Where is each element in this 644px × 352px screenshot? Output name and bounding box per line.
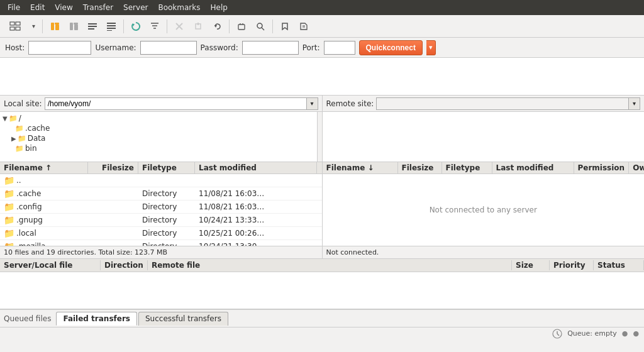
remote-col-filesize[interactable]: Filesize (398, 162, 442, 173)
local-path-dropdown[interactable]: ▾ (307, 97, 318, 110)
menu-file[interactable]: File (3, 2, 25, 13)
local-col-filetype[interactable]: Filetype (138, 162, 195, 173)
tree-item-cache[interactable]: 📁 .cache (0, 123, 317, 133)
svg-rect-11 (88, 26, 97, 27)
status-dot-2: ● (633, 329, 639, 338)
svg-rect-14 (107, 25, 116, 26)
remote-col-lastmod[interactable]: Last modified (492, 162, 574, 173)
menu-transfer[interactable]: Transfer (78, 2, 118, 13)
site-manager-dropdown[interactable]: ▾ (28, 18, 39, 35)
local-path-input[interactable] (45, 97, 307, 110)
folder-icon: 📁 (4, 175, 14, 185)
svg-rect-5 (55, 25, 59, 30)
bookmark1-button[interactable] (276, 18, 294, 35)
local-col-filesize[interactable]: Filesize (88, 162, 138, 173)
bottom-bar: Queued files Failed transfers Successful… (0, 309, 644, 327)
menu-help[interactable]: Help (206, 2, 233, 13)
table-row[interactable]: 📁 .gnupg Directory 10/24/21 13:33… (0, 214, 322, 227)
file-type-cell (138, 180, 195, 181)
remote-tree-area (323, 112, 645, 162)
toolbar-separator-5 (272, 19, 273, 33)
file-area: Local site: ▾ ▼ 📁 / 📁 .cache ▶ (0, 96, 644, 259)
password-input[interactable] (242, 41, 299, 55)
remote-site-label: Remote site: (326, 99, 374, 108)
remote-sitebar: Remote site: ▾ (323, 96, 645, 112)
queue-col-direction: Direction (101, 260, 148, 270)
toggle-remotedir-button[interactable] (65, 18, 82, 35)
quickconnect-button[interactable]: Quickconnect (359, 40, 423, 55)
file-type-cell: Directory (138, 228, 195, 238)
port-input[interactable] (324, 41, 355, 55)
site-manager-button[interactable] (4, 18, 26, 35)
disconnect-button[interactable] (189, 18, 207, 35)
quickconnect-dropdown[interactable]: ▾ (426, 40, 436, 55)
table-row[interactable]: 📁 .mozilla Directory 10/24/21 13:30… (0, 240, 322, 246)
file-name-cell: 📁 .local (0, 228, 88, 239)
file-name-cell: 📁 .cache (0, 188, 88, 199)
svg-rect-0 (10, 22, 14, 25)
table-row[interactable]: 📁 .. (0, 174, 322, 187)
queue-area: Server/Local file Direction Remote file … (0, 259, 644, 309)
reconnect-button[interactable] (208, 18, 226, 35)
file-mod-cell (195, 180, 322, 181)
local-tree-scrollbar (317, 112, 322, 162)
folder-icon: 📁 (4, 215, 14, 225)
menu-edit[interactable]: Edit (25, 2, 50, 13)
table-row[interactable]: 📁 .config Directory 11/08/21 16:03… (0, 201, 322, 214)
toggle-localdir-button[interactable] (46, 18, 64, 35)
open-dialog-button[interactable] (233, 18, 250, 35)
folder-icon: 📁 (9, 114, 18, 123)
svg-rect-15 (107, 28, 116, 29)
toolbar-separator-1 (42, 19, 43, 33)
file-size-cell (88, 193, 138, 194)
svg-rect-12 (88, 28, 94, 30)
svg-line-35 (557, 334, 559, 336)
queue-col-remotefile: Remote file (148, 260, 512, 270)
table-row[interactable]: 📁 .local Directory 10/25/21 00:26… (0, 227, 322, 240)
folder-icon-cache: 📁 (15, 124, 24, 133)
username-input[interactable] (140, 41, 197, 55)
queue-col-size: Size (512, 260, 550, 270)
host-input[interactable] (28, 41, 91, 55)
local-statusbar: 10 files and 19 directories. Total size:… (0, 246, 322, 258)
menu-view[interactable]: View (50, 2, 77, 13)
menu-bookmarks[interactable]: Bookmarks (153, 2, 205, 13)
tree-item-data[interactable]: ▶ 📁 Data (0, 133, 317, 143)
local-file-list-scroll[interactable]: 📁 .. 📁 .cache Directory 11/08/21 16:03 (0, 174, 322, 246)
remote-col-permission[interactable]: Permission (574, 162, 630, 173)
findfiles-button[interactable] (252, 18, 269, 35)
remote-col-filename[interactable]: Filename ↓ (323, 162, 398, 173)
tab-failed-transfers[interactable]: Failed transfers (56, 312, 137, 326)
toggle-toolbar-button[interactable] (103, 18, 120, 35)
local-sitebar: Local site: ▾ (0, 96, 322, 112)
file-name-cell: 📁 .. (0, 175, 88, 186)
filefilter-button[interactable] (146, 18, 164, 35)
connbar: Host: Username: Password: Port: Quickcon… (0, 38, 644, 58)
bookmark2-button[interactable] (295, 18, 313, 35)
remote-path-dropdown[interactable]: ▾ (629, 97, 640, 110)
file-name-cell: 📁 .gnupg (0, 214, 88, 226)
refresh-button[interactable] (127, 18, 145, 35)
tree-item-root[interactable]: ▼ 📁 / (0, 113, 317, 123)
tree-label-cache: .cache (25, 124, 50, 133)
menu-server[interactable]: Server (118, 2, 153, 13)
local-col-filename[interactable]: Filename ↑ (0, 162, 88, 173)
tab-successful-transfers[interactable]: Successful transfers (138, 312, 228, 326)
local-col-lastmod[interactable]: Last modified (195, 162, 317, 173)
file-mod-cell: 11/08/21 16:03… (195, 202, 322, 212)
table-row[interactable]: 📁 .cache Directory 11/08/21 16:03… (0, 187, 322, 201)
queue-status-label: Queue: empty (567, 329, 617, 338)
toggle-msglog-button[interactable] (84, 18, 101, 35)
remote-col-filetype[interactable]: Filetype (442, 162, 492, 173)
file-mod-cell: 10/25/21 00:26… (195, 228, 322, 238)
remote-path-input[interactable] (376, 97, 629, 110)
svg-rect-7 (70, 23, 73, 30)
cancel-button[interactable] (170, 18, 188, 35)
toolbar-separator-2 (123, 19, 124, 33)
queued-files-label: Queued files (4, 313, 51, 324)
file-type-cell: Directory (138, 189, 195, 199)
folder-icon-bin: 📁 (15, 145, 24, 153)
local-tree[interactable]: ▼ 📁 / 📁 .cache ▶ 📁 Data 📁 (0, 112, 322, 162)
remote-col-owner[interactable]: Owner/Gro (629, 162, 644, 173)
tree-item-bin[interactable]: 📁 bin (0, 143, 317, 153)
